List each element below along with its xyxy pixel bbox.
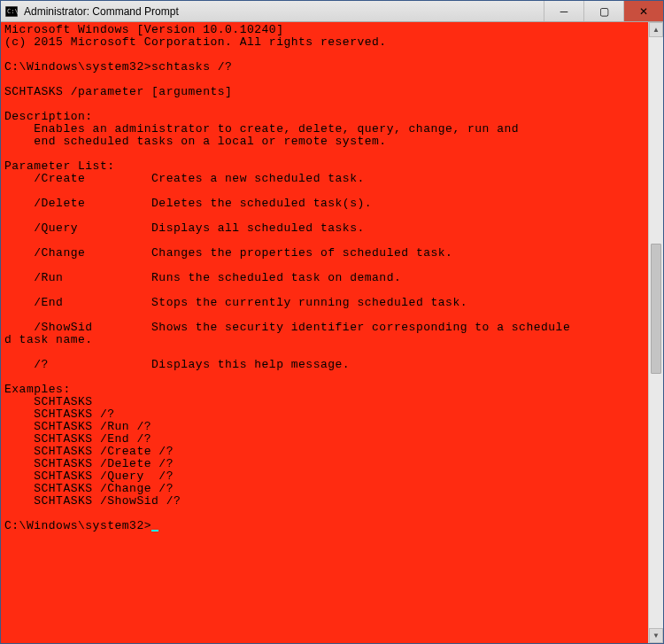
close-icon: ✕: [639, 5, 648, 18]
example-line: SCHTASKS /Create /?: [4, 445, 174, 458]
svg-text:C:\: C:\: [7, 8, 18, 15]
param-row: /Delete Deletes the scheduled task(s).: [4, 197, 372, 210]
maximize-icon: ▢: [599, 5, 609, 18]
param-desc: Displays all scheduled tasks.: [151, 221, 365, 235]
entered-command: schtasks /?: [151, 60, 232, 74]
command-prompt-window: C:\ Administrator: Command Prompt ─ ▢ ✕ …: [0, 0, 664, 644]
example-line: SCHTASKS /Query /?: [4, 469, 174, 483]
copyright: (c) 2015 Microsoft Corporation. All righ…: [4, 35, 387, 49]
prompt-line: C:\Windows\system32>schtasks /?: [4, 60, 232, 74]
example-line: SCHTASKS /Change /?: [4, 482, 174, 495]
param-desc: Stops the currently running scheduled ta…: [151, 296, 467, 309]
prompt-path: C:\Windows\system32>: [4, 519, 151, 532]
titlebar[interactable]: C:\ Administrator: Command Prompt ─ ▢ ✕: [1, 1, 663, 22]
param-name: /Run: [4, 271, 151, 284]
window-controls: ─ ▢ ✕: [544, 1, 663, 21]
example-line: SCHTASKS /?: [4, 407, 115, 421]
param-desc: Displays this help message.: [151, 358, 350, 371]
param-name: /Delete: [4, 197, 151, 210]
param-name: /Query: [4, 221, 151, 235]
param-row: /ShowSid Shows the security identifier c…: [4, 321, 570, 334]
window-title: Administrator: Command Prompt: [22, 5, 544, 18]
parameter-list-header: Parameter List:: [4, 159, 115, 173]
console-area: Microsoft Windows [Version 10.0.10240] (…: [1, 22, 663, 643]
param-desc: Deletes the scheduled task(s).: [151, 197, 372, 210]
scroll-up-button[interactable]: ▲: [649, 22, 663, 37]
example-line: SCHTASKS /End /?: [4, 432, 151, 446]
example-line: SCHTASKS /Delete /?: [4, 457, 174, 470]
minimize-icon: ─: [560, 5, 568, 18]
scroll-thumb[interactable]: [651, 244, 661, 374]
example-line: SCHTASKS: [4, 395, 93, 408]
param-desc: Shows the security identifier correspond…: [151, 321, 570, 334]
os-version: Microsoft Windows [Version 10.0.10240]: [4, 23, 283, 36]
cursor: [151, 530, 158, 531]
param-name: /Create: [4, 172, 151, 185]
param-wrap: d task name.: [4, 333, 93, 346]
param-row: /End Stops the currently running schedul…: [4, 296, 467, 309]
param-name: /End: [4, 296, 151, 309]
param-row: /Run Runs the scheduled task on demand.: [4, 271, 401, 284]
prompt-path: C:\Windows\system32>: [4, 60, 151, 74]
description-text: Enables an administrator to create, dele…: [4, 122, 519, 136]
description-text: end scheduled tasks on a local or remote…: [4, 135, 387, 148]
example-line: SCHTASKS /ShowSid /?: [4, 494, 181, 508]
scroll-track[interactable]: [649, 37, 663, 628]
description-header: Description:: [4, 110, 93, 123]
param-row: /? Displays this help message.: [4, 358, 350, 371]
syntax-line: SCHTASKS /parameter [arguments]: [4, 85, 232, 98]
close-button[interactable]: ✕: [623, 1, 663, 21]
param-desc: Creates a new scheduled task.: [151, 172, 365, 185]
cmd-icon: C:\: [4, 4, 19, 19]
param-name: /?: [4, 358, 151, 371]
param-row: /Query Displays all scheduled tasks.: [4, 221, 365, 235]
param-row: /Change Changes the properties of schedu…: [4, 246, 452, 260]
param-row: /Create Creates a new scheduled task.: [4, 172, 365, 185]
vertical-scrollbar[interactable]: ▲ ▼: [648, 22, 663, 643]
example-line: SCHTASKS /Run /?: [4, 420, 151, 433]
maximize-button[interactable]: ▢: [583, 1, 623, 21]
param-desc: Changes the properties of scheduled task…: [151, 246, 452, 260]
scroll-down-button[interactable]: ▼: [649, 628, 663, 643]
param-desc: Runs the scheduled task on demand.: [151, 271, 401, 284]
console-output[interactable]: Microsoft Windows [Version 10.0.10240] (…: [1, 22, 648, 643]
param-name: /ShowSid: [4, 321, 151, 334]
minimize-button[interactable]: ─: [544, 1, 583, 21]
examples-header: Examples:: [4, 383, 71, 396]
param-name: /Change: [4, 246, 151, 260]
prompt-line-current: C:\Windows\system32>: [4, 519, 158, 532]
